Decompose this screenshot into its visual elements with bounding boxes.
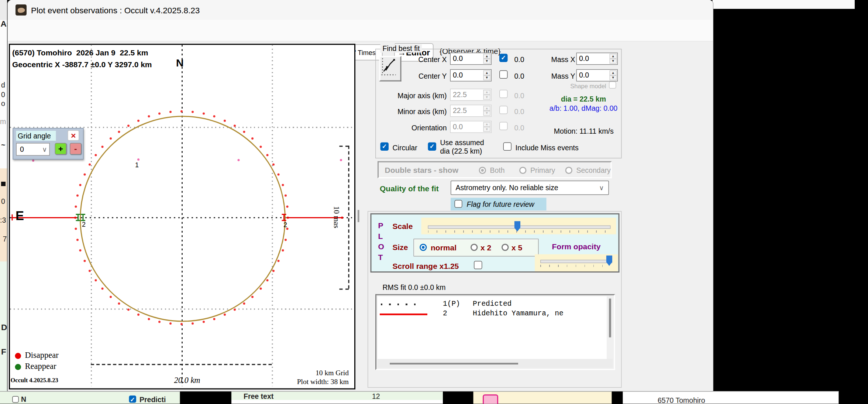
use-assumed-label-2: dia (22.5 km) [440, 147, 482, 155]
mass-x-input[interactable]: 0.0 [576, 53, 618, 65]
form-opacity-slider[interactable] [535, 254, 618, 272]
minus-icon: - [74, 144, 77, 153]
size-normal-radio[interactable] [420, 244, 427, 251]
mass-x-spinner[interactable] [610, 54, 617, 64]
center-y-spinner[interactable] [483, 71, 491, 81]
size-x5-label: x 5 [512, 243, 522, 252]
shape-model-label: Shape model [559, 83, 606, 89]
km-scale-bar [91, 364, 272, 365]
mas-scale-label: 10 mas [332, 200, 341, 234]
center-x-input[interactable]: 0.0 [450, 53, 492, 65]
spinner-up-icon[interactable] [483, 54, 491, 59]
size-normal-label: normal [431, 243, 457, 252]
scale-slider-thumb[interactable] [514, 221, 521, 232]
include-miss-checkbox[interactable] [503, 143, 512, 151]
major-axis-err: 0.0 [514, 92, 524, 100]
strip-frag-square [1, 182, 6, 186]
chord-label-left: 2 [82, 220, 86, 228]
strip-frag-o: o [1, 99, 5, 108]
list-vertical-scrollbar[interactable] [609, 299, 611, 338]
center-y-value: 0.0 [453, 71, 463, 79]
strip-frag-D: D [1, 322, 7, 332]
major-axis-lock-checkbox [499, 90, 508, 98]
spinner-up-icon[interactable] [610, 54, 617, 59]
strip-seg-1 [0, 0, 7, 20]
grid-angle-minus-button[interactable]: - [70, 143, 82, 155]
mass-x-label: Mass X [541, 55, 575, 64]
rms-label: RMS fit 0.0 ±0.0 km [383, 283, 446, 292]
star-marker-3 [238, 159, 240, 161]
center-y-input[interactable]: 0.0 [450, 69, 492, 82]
opacity-slider-groove [540, 260, 612, 263]
size-x2-radio[interactable] [471, 244, 478, 251]
strip-frag-d: d [1, 81, 5, 89]
center-y-err: 0.0 [514, 72, 524, 81]
find-best-fit-title: Find best fit [380, 44, 422, 53]
plot-letter-l: L [378, 232, 383, 240]
spinner-down-icon[interactable] [483, 59, 491, 64]
grid-angle-close-button[interactable]: ✕ [68, 130, 79, 141]
center-x-lock-checkbox[interactable] [499, 54, 508, 62]
plot-canvas[interactable]: 2 2 1 10 mas (6570) Tomohiro 2026 Jan 9 … [9, 44, 355, 390]
center-x-spinner[interactable] [483, 54, 491, 64]
grid-angle-plus-button[interactable]: + [55, 143, 67, 155]
center-x-err: 0.0 [514, 55, 524, 64]
list-row[interactable]: 1(P) Predicted [378, 300, 607, 309]
plot-side-scrollbar[interactable] [358, 210, 359, 222]
size-radio-group: normal x 2 x 5 [414, 239, 539, 257]
double-stars-panel: Double stars - show Both Primary Seconda… [378, 161, 612, 179]
strip-frag-0a: 0 [1, 90, 5, 99]
legend-disappear-dot [15, 353, 21, 359]
close-icon: ✕ [70, 132, 76, 140]
behind-panel-left: N Predicti [0, 391, 180, 404]
grid-angle-title-chip: Grid angle [16, 131, 56, 141]
mas-bracket-top [340, 146, 349, 147]
spinner-down-icon[interactable] [610, 75, 617, 81]
spinner-up-icon[interactable] [610, 71, 617, 76]
mas-bracket-side [348, 146, 349, 289]
legend-reappear-dot [15, 364, 21, 370]
major-axis-spinner [483, 90, 491, 100]
shape-model-checkbox [609, 82, 616, 89]
spinner-down-icon[interactable] [483, 75, 491, 81]
behind-label-target: 6570 Tomohiro [658, 396, 705, 404]
spinner-down-icon [483, 127, 491, 132]
grid-angle-title: Grid angle [18, 132, 51, 140]
center-x-value: 0.0 [453, 54, 463, 63]
screen: N Predicti Free text 12 6570 Tomohiro As… [0, 0, 868, 404]
minor-axis-label: Minor axis (km) [380, 107, 447, 116]
mass-y-label: Mass Y [541, 72, 575, 81]
list-row[interactable]: 2 Hidehito Yamamura, ne [378, 309, 607, 319]
spinner-up-icon[interactable] [483, 71, 491, 76]
spinner-down-icon[interactable] [610, 59, 617, 64]
behind-label-free-text: Free text [244, 392, 273, 401]
center-y-lock-checkbox[interactable] [499, 71, 508, 79]
list-row-name: Hidehito Yamamura, ne [473, 309, 564, 318]
scroll-range-checkbox[interactable] [474, 261, 482, 270]
mass-y-input[interactable]: 0.0 [576, 69, 618, 82]
orientation-spinner [483, 122, 491, 132]
list-horizontal-scrollbar[interactable] [378, 359, 613, 368]
behind-panel-cream [473, 391, 612, 404]
predicted-dotted-sample [381, 304, 417, 305]
quality-combobox[interactable]: Astrometry only. No reliable size ∨ [451, 181, 609, 195]
strip-frag-as: As [1, 19, 7, 28]
size-x5-radio[interactable] [502, 244, 509, 251]
plot-title-line2: Geocentric X -3887.7 ±0.0 Y 3297.0 km [12, 60, 152, 69]
double-stars-primary-radio [519, 167, 527, 174]
circular-checkbox[interactable] [380, 143, 389, 151]
double-stars-primary-label: Primary [530, 166, 555, 175]
h-scrollbar-thumb[interactable] [390, 363, 518, 365]
plot-controls-panel: P L O T Scale Size normal x 2 x 5 Form o… [371, 213, 620, 273]
grid-angle-select[interactable]: 0 ∨ [16, 143, 50, 156]
opacity-slider-ticks [540, 265, 611, 267]
strip-frag-3: :3 [0, 216, 6, 225]
reappear-tick-2 [81, 214, 85, 221]
use-assumed-checkbox[interactable] [428, 143, 437, 151]
observations-listbox[interactable]: 1(P) Predicted 2 Hidehito Yamamura, ne [378, 297, 607, 359]
flag-review-checkbox[interactable] [455, 200, 462, 208]
scale-slider[interactable] [421, 218, 616, 234]
double-stars-both-radio [479, 167, 486, 174]
mass-y-spinner[interactable] [610, 71, 617, 81]
opacity-slider-thumb[interactable] [606, 256, 613, 266]
